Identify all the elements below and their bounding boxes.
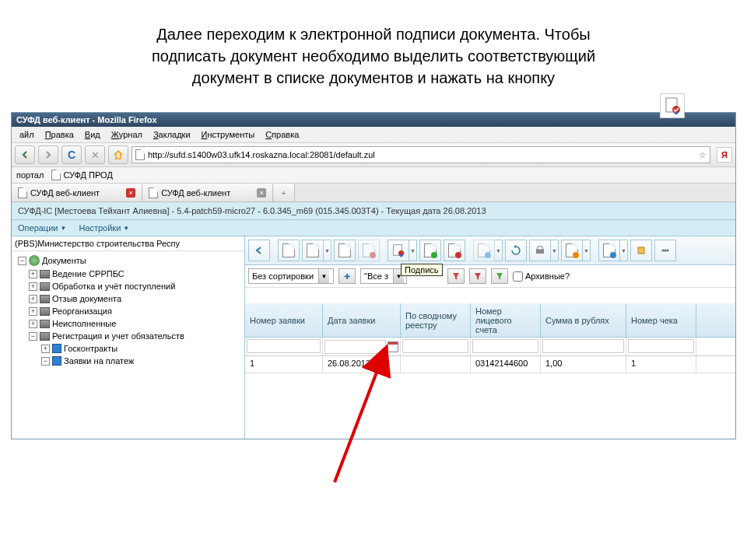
filter-account[interactable] xyxy=(472,339,538,353)
archive-checkbox-input[interactable] xyxy=(513,271,523,282)
filter-combo[interactable]: "Все з▼ xyxy=(360,268,407,284)
attach-button[interactable] xyxy=(598,240,620,261)
tree-contracts[interactable]: +Госконтракты xyxy=(12,342,244,355)
doc-delete-icon xyxy=(363,243,375,257)
copy-button[interactable] xyxy=(334,240,356,261)
more-button[interactable] xyxy=(654,240,676,261)
tab-close-icon[interactable]: × xyxy=(126,188,135,198)
tree-recall[interactable]: +Отзыв документа xyxy=(12,292,244,305)
dropdown-arrow[interactable]: ▼ xyxy=(495,240,503,261)
delete-button[interactable] xyxy=(358,240,380,261)
menu-settings[interactable]: Настройки▼ xyxy=(79,223,129,233)
menu-operations[interactable]: Операции▼ xyxy=(18,223,66,233)
tree-documents[interactable]: −Документы xyxy=(12,254,244,268)
back-button[interactable] xyxy=(15,145,35,164)
bookmark-sufd-prod[interactable]: СУФД ПРОД xyxy=(51,170,112,180)
app-status-line: СУФД-IC [Местоева Тейхант Алиевна] - 5.4… xyxy=(12,202,735,220)
filter-btn-1[interactable] xyxy=(447,268,465,284)
expand-icon[interactable]: + xyxy=(29,270,37,278)
tree-srpbs[interactable]: +Ведение СРРПБС xyxy=(12,268,244,280)
filter-bar: Без сортировки▼ ✚ "Все з▼ Подпись Архивн… xyxy=(245,265,735,288)
dropdown-arrow[interactable]: ▼ xyxy=(583,240,591,261)
bookmark-portal[interactable]: портал xyxy=(16,170,44,180)
window-titlebar: СУФД веб-клиент - Mozilla Firefox xyxy=(12,113,735,127)
col-amount[interactable]: Сумма в рублях xyxy=(541,303,626,337)
instruction-text: Далее переходим к электронной подписи до… xyxy=(0,0,747,96)
remove-sign-button[interactable] xyxy=(444,240,465,261)
check-sign-button[interactable] xyxy=(419,240,441,261)
collapse-icon[interactable]: − xyxy=(41,357,50,366)
collapse-icon[interactable]: − xyxy=(29,332,37,341)
yandex-search-icon[interactable]: Я xyxy=(717,147,732,163)
filter-btn-3[interactable] xyxy=(491,268,508,284)
menu-view[interactable]: Вид xyxy=(80,128,105,141)
filter-req-num[interactable] xyxy=(247,339,321,353)
attachments-button[interactable] xyxy=(630,240,652,261)
document-toolbar: ▼ ▼ ▼ ▼ ▼ ▼ xyxy=(245,236,735,265)
sign-button[interactable] xyxy=(388,240,409,261)
menu-edit[interactable]: Правка xyxy=(40,128,79,141)
cell-amount: 1,00 xyxy=(541,356,626,373)
collapse-icon[interactable]: − xyxy=(18,257,26,265)
tab-inactive[interactable]: СУФД веб-клиент × xyxy=(142,184,273,201)
menu-history[interactable]: Журнал xyxy=(107,128,147,141)
refresh-button[interactable] xyxy=(505,240,527,261)
tab-close-icon[interactable]: × xyxy=(257,188,266,198)
new-tab-button[interactable]: + xyxy=(273,184,294,201)
dropdown-arrow[interactable]: ▼ xyxy=(324,240,331,261)
expand-icon[interactable]: + xyxy=(29,295,37,303)
bookmark-star-icon[interactable]: ☆ xyxy=(699,150,707,160)
reload-button[interactable]: C xyxy=(61,145,82,164)
forward-button[interactable] xyxy=(38,145,58,164)
col-check[interactable]: Номер чека xyxy=(626,303,696,337)
menu-file[interactable]: айл xyxy=(15,128,39,141)
menu-tools[interactable]: Инструменты xyxy=(197,128,260,141)
archive-checkbox[interactable]: Архивные? xyxy=(513,271,570,282)
sort-add-button[interactable]: ✚ xyxy=(338,268,356,284)
expand-icon[interactable]: + xyxy=(41,345,50,353)
send-button[interactable] xyxy=(473,240,495,261)
dropdown-arrow[interactable]: ▼ xyxy=(620,240,628,261)
filter-registry[interactable] xyxy=(402,339,468,353)
tree-payment-requests[interactable]: −Заявки на платеж xyxy=(12,355,244,367)
print-button[interactable] xyxy=(529,240,551,261)
filter-check[interactable] xyxy=(628,339,694,353)
url-input[interactable] xyxy=(148,150,696,159)
stop-button[interactable]: ✕ xyxy=(85,145,105,164)
open-button[interactable] xyxy=(278,240,300,261)
filter-amount[interactable] xyxy=(542,339,624,353)
new-button[interactable] xyxy=(302,240,324,261)
doc-remove-icon xyxy=(448,243,461,257)
address-bar[interactable]: ☆ xyxy=(132,146,710,163)
col-registry[interactable]: По сводному реестру xyxy=(401,303,471,337)
menu-help[interactable]: Справка xyxy=(261,128,303,141)
expand-icon[interactable]: + xyxy=(29,307,37,316)
dropdown-icon[interactable]: ▼ xyxy=(318,269,329,283)
expand-icon[interactable]: + xyxy=(29,282,37,291)
cell-registry xyxy=(401,356,471,373)
main-panel: ▼ ▼ ▼ ▼ ▼ ▼ Без сортировки▼ ✚ " xyxy=(245,236,735,439)
filter-req-date[interactable] xyxy=(324,340,386,354)
svg-point-10 xyxy=(665,250,667,252)
folder-icon xyxy=(40,320,50,328)
tree-registration[interactable]: −Регистрация и учет обязательств xyxy=(12,330,244,342)
dropdown-arrow[interactable]: ▼ xyxy=(551,240,559,261)
tree-processing[interactable]: +Обработка и учёт поступлений xyxy=(12,280,244,292)
tree-unexecuted[interactable]: +Неисполненные xyxy=(12,317,244,330)
filter-btn-2[interactable] xyxy=(469,268,486,284)
dropdown-arrow[interactable]: ▼ xyxy=(409,240,417,261)
back-button[interactable] xyxy=(248,240,270,261)
col-req-num[interactable]: Номер заявки xyxy=(245,303,323,337)
table-row[interactable]: 1 26.08.2013 03142144600 1,00 1 xyxy=(245,356,735,373)
tree-reorg[interactable]: +Реорганизация xyxy=(12,305,244,317)
col-account[interactable]: Номер лицевого счета xyxy=(471,303,541,337)
calendar-icon[interactable] xyxy=(388,341,398,352)
export-button[interactable] xyxy=(561,240,583,261)
expand-icon[interactable]: + xyxy=(29,320,37,328)
col-req-date[interactable]: Дата заявки xyxy=(323,303,401,337)
tab-active[interactable]: СУФД веб-клиент × xyxy=(12,184,142,201)
item-icon xyxy=(52,356,61,366)
home-button[interactable] xyxy=(108,145,128,164)
sort-combo[interactable]: Без сортировки▼ xyxy=(248,268,334,284)
menu-bookmarks[interactable]: Закладки xyxy=(149,128,195,141)
